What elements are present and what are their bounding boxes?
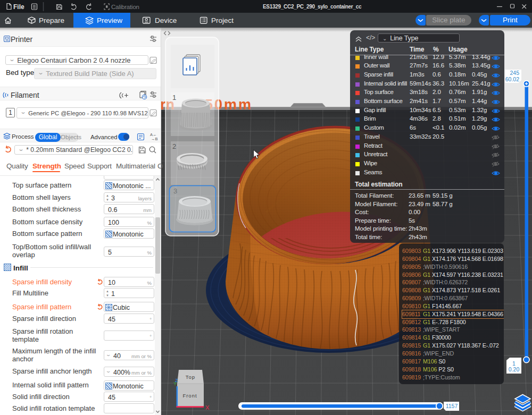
svg-text:X: X	[205, 404, 210, 411]
svg-text:Front: Front	[182, 393, 197, 399]
svg-text:1157: 1157	[446, 403, 458, 409]
svg-text:60.02: 60.02	[505, 76, 519, 82]
svg-text:245: 245	[510, 70, 519, 76]
svg-text:1: 1	[512, 360, 516, 367]
svg-text:Z: Z	[175, 378, 178, 383]
svg-text:0.20: 0.20	[509, 366, 520, 372]
svg-text:Top: Top	[186, 374, 195, 380]
